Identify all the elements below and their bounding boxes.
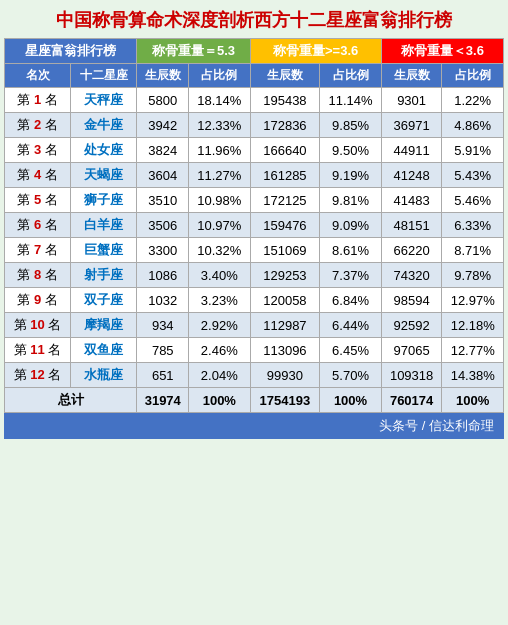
g3-count-cell: 44911 <box>381 138 442 163</box>
rank-suffix: 名 <box>48 367 61 382</box>
col-g3-pct: 占比例 <box>442 64 504 88</box>
table-row: 第 9 名 双子座 1032 3.23% 120058 6.84% 98594 … <box>5 288 504 313</box>
total-g3-count: 760174 <box>381 388 442 413</box>
col-g1-pct: 占比例 <box>189 64 251 88</box>
g3-count-cell: 48151 <box>381 213 442 238</box>
total-g2-count: 1754193 <box>250 388 320 413</box>
table-row: 第 12 名 水瓶座 651 2.04% 99930 5.70% 109318 … <box>5 363 504 388</box>
rank-suffix: 名 <box>45 142 58 157</box>
g3-count-cell: 9301 <box>381 88 442 113</box>
rank-cell: 第 8 名 <box>5 263 71 288</box>
rank-cell: 第 10 名 <box>5 313 71 338</box>
zodiac-cell: 金牛座 <box>71 113 137 138</box>
g3-pct-cell: 5.43% <box>442 163 504 188</box>
rank-number: 6 <box>34 217 45 232</box>
rank-cell: 第 11 名 <box>5 338 71 363</box>
col-group-1: 称骨重量＝5.3 <box>137 39 250 64</box>
rank-number: 12 <box>30 367 48 382</box>
table-row: 第 4 名 天蝎座 3604 11.27% 161285 9.19% 41248… <box>5 163 504 188</box>
col-group-3: 称骨重量＜3.6 <box>381 39 503 64</box>
page-title: 中国称骨算命术深度剖析西方十二星座富翁排行榜 <box>0 0 508 38</box>
table-row: 第 5 名 狮子座 3510 10.98% 172125 9.81% 41483… <box>5 188 504 213</box>
g1-count-cell: 1086 <box>137 263 189 288</box>
rank-prefix: 第 <box>17 192 30 207</box>
col-g2-count: 生辰数 <box>250 64 320 88</box>
g1-count-cell: 3506 <box>137 213 189 238</box>
rank-number: 3 <box>34 142 45 157</box>
g2-pct-cell: 6.44% <box>320 313 382 338</box>
rank-prefix: 第 <box>17 217 30 232</box>
zodiac-cell: 射手座 <box>71 263 137 288</box>
zodiac-cell: 天蝎座 <box>71 163 137 188</box>
col-group-2: 称骨重量>=3.6 <box>250 39 381 64</box>
col-group-rank: 星座富翁排行榜 <box>5 39 137 64</box>
zodiac-cell: 白羊座 <box>71 213 137 238</box>
g2-count-cell: 172836 <box>250 113 320 138</box>
rank-suffix: 名 <box>45 192 58 207</box>
g2-count-cell: 172125 <box>250 188 320 213</box>
g1-pct-cell: 10.98% <box>189 188 251 213</box>
g1-pct-cell: 11.27% <box>189 163 251 188</box>
col-g1-count: 生辰数 <box>137 64 189 88</box>
g3-pct-cell: 14.38% <box>442 363 504 388</box>
g2-count-cell: 161285 <box>250 163 320 188</box>
rank-prefix: 第 <box>17 267 30 282</box>
g1-pct-cell: 11.96% <box>189 138 251 163</box>
zodiac-cell: 处女座 <box>71 138 137 163</box>
g3-pct-cell: 5.46% <box>442 188 504 213</box>
g3-pct-cell: 4.86% <box>442 113 504 138</box>
g3-count-cell: 66220 <box>381 238 442 263</box>
g1-pct-cell: 12.33% <box>189 113 251 138</box>
rank-cell: 第 12 名 <box>5 363 71 388</box>
table-row: 第 8 名 射手座 1086 3.40% 129253 7.37% 74320 … <box>5 263 504 288</box>
rank-number: 1 <box>34 92 45 107</box>
rank-cell: 第 7 名 <box>5 238 71 263</box>
rank-prefix: 第 <box>17 142 30 157</box>
g2-pct-cell: 11.14% <box>320 88 382 113</box>
col-g3-count: 生辰数 <box>381 64 442 88</box>
g2-pct-cell: 5.70% <box>320 363 382 388</box>
g3-pct-cell: 12.97% <box>442 288 504 313</box>
rank-cell: 第 3 名 <box>5 138 71 163</box>
g1-count-cell: 3300 <box>137 238 189 263</box>
rank-number: 4 <box>34 167 45 182</box>
g1-pct-cell: 3.40% <box>189 263 251 288</box>
zodiac-cell: 巨蟹座 <box>71 238 137 263</box>
rank-prefix: 第 <box>17 92 30 107</box>
g2-pct-cell: 9.19% <box>320 163 382 188</box>
table-row: 第 7 名 巨蟹座 3300 10.32% 151069 8.61% 66220… <box>5 238 504 263</box>
g1-pct-cell: 10.32% <box>189 238 251 263</box>
g3-pct-cell: 5.91% <box>442 138 504 163</box>
rank-suffix: 名 <box>48 317 61 332</box>
rank-number: 10 <box>30 317 48 332</box>
total-g2-pct: 100% <box>320 388 382 413</box>
table-row: 第 2 名 金牛座 3942 12.33% 172836 9.85% 36971… <box>5 113 504 138</box>
g2-pct-cell: 6.45% <box>320 338 382 363</box>
g2-count-cell: 151069 <box>250 238 320 263</box>
g1-pct-cell: 3.23% <box>189 288 251 313</box>
g2-count-cell: 129253 <box>250 263 320 288</box>
table-row: 第 1 名 天秤座 5800 18.14% 195438 11.14% 9301… <box>5 88 504 113</box>
col-zodiac: 十二星座 <box>71 64 137 88</box>
zodiac-cell: 双子座 <box>71 288 137 313</box>
g1-count-cell: 3510 <box>137 188 189 213</box>
g1-count-cell: 3604 <box>137 163 189 188</box>
total-label: 总计 <box>5 388 137 413</box>
table-row: 第 10 名 摩羯座 934 2.92% 112987 6.44% 92592 … <box>5 313 504 338</box>
rank-suffix: 名 <box>45 167 58 182</box>
g3-pct-cell: 12.18% <box>442 313 504 338</box>
g1-pct-cell: 2.46% <box>189 338 251 363</box>
g2-count-cell: 166640 <box>250 138 320 163</box>
rank-number: 7 <box>34 242 45 257</box>
table-row: 第 6 名 白羊座 3506 10.97% 159476 9.09% 48151… <box>5 213 504 238</box>
rank-suffix: 名 <box>45 292 58 307</box>
main-table-container: 星座富翁排行榜 称骨重量＝5.3 称骨重量>=3.6 称骨重量＜3.6 名次 十… <box>4 38 504 439</box>
rank-prefix: 第 <box>14 367 27 382</box>
g2-count-cell: 159476 <box>250 213 320 238</box>
rank-suffix: 名 <box>45 267 58 282</box>
col-g2-pct: 占比例 <box>320 64 382 88</box>
rank-suffix: 名 <box>45 242 58 257</box>
rank-prefix: 第 <box>17 117 30 132</box>
g2-count-cell: 195438 <box>250 88 320 113</box>
g1-pct-cell: 2.04% <box>189 363 251 388</box>
